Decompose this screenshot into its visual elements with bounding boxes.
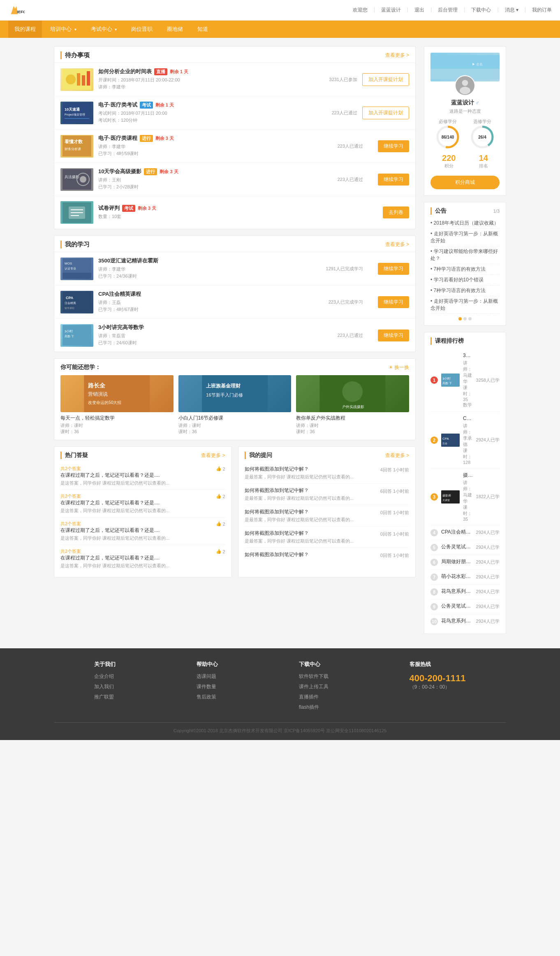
todo-thumb-5: [60, 201, 93, 224]
svg-rect-5: [82, 75, 85, 86]
nav-admin[interactable]: 后台管理: [438, 7, 458, 14]
hotqa-meta-3: 共2个答案 👍 2: [60, 521, 225, 527]
myqa-q-2[interactable]: 如何将截图添加到笔记中解？: [245, 487, 309, 494]
announce-item-3[interactable]: • 学习建议帮能给你带来哪些好处？: [430, 246, 500, 264]
rec-item-2[interactable]: 上班族基金理财16节新手入门必修 小白人门16节必修课 讲师：课时 课时：36: [178, 375, 292, 435]
todo-count-4: 223人已通过: [330, 176, 363, 183]
hotqa-like-4: 👍 2: [216, 549, 225, 554]
learn-info-1: 3500逆汇速记精讲在霍斯 讲师：李建华 已学习：24/36课时: [98, 257, 321, 280]
nav-job[interactable]: 岗位晋职: [125, 21, 159, 38]
nav-exam[interactable]: 考试中心 ▾: [85, 21, 123, 38]
hotqa-more[interactable]: 查看更多 >: [201, 452, 225, 459]
myqa-q-1[interactable]: 如何将截图添加到笔记中解？: [245, 466, 309, 473]
profile-stats: 必修学分 86/140 选修学分: [430, 118, 500, 149]
myqa-q-3[interactable]: 如何将截图添加到笔记中解？: [245, 508, 309, 515]
learn-progress-3: 已学习：24/60课时: [98, 340, 325, 346]
footer-help-1[interactable]: 选课问题: [197, 673, 218, 680]
footer-about-2[interactable]: 加入我们: [94, 683, 116, 690]
footer-help-2[interactable]: 课件数量: [197, 683, 218, 690]
myqa-item-5: 如何将截图添加到笔记中解？ 0回答 1小时前: [245, 548, 410, 563]
hotqa-item-1: 共2个答案 👍 2 在课程过期了之后，笔记还可以看着？还是.... 是这答案，同…: [60, 462, 225, 490]
todo-btn-1[interactable]: 加入开课提计划: [362, 73, 409, 86]
learn-course-1: 3500逆汇速记精讲在霍斯: [98, 257, 321, 265]
todo-time-4: 讲师：王刚: [98, 177, 325, 183]
footer-download-2[interactable]: 课件上传工具: [299, 683, 329, 690]
myqa-q-4[interactable]: 如何将截图添加到笔记中解？: [245, 530, 309, 537]
rec-item-3[interactable]: 户外实战摄影 教你单反户外实战教程 讲师：课时 课时：36: [296, 375, 409, 435]
svg-text:CPA: CPA: [66, 296, 74, 300]
hotqa-q-3[interactable]: 在课程过期了之后，笔记还可以看着？还是....: [60, 527, 225, 534]
announce-item-1[interactable]: • 2018年考试日历（建议收藏）: [430, 218, 500, 229]
profile-score: 220 积分: [442, 153, 456, 169]
myqa-header: 我的提问 查看更多 >: [245, 452, 410, 459]
rank-course-2: CPA注会精英课程: [463, 415, 473, 422]
todo-btn-3[interactable]: 继续学习: [378, 140, 409, 152]
dot-3[interactable]: [468, 317, 472, 320]
todo-btn-2[interactable]: 加入开课提计划: [362, 107, 409, 119]
learn-btn-1[interactable]: 继续学习: [378, 263, 409, 275]
hotqa-q-4[interactable]: 在课程过期了之后，笔记还可以看着？还是....: [60, 555, 225, 562]
nav-knowledge[interactable]: 知道: [191, 21, 214, 38]
score-btn[interactable]: 积分商城: [430, 176, 500, 189]
hotqa-q-1[interactable]: 在课程过期了之后，笔记还可以看着？还是....: [60, 472, 225, 479]
announce-item-7[interactable]: • 走好英语学习第一步：从新概念开始: [430, 296, 500, 314]
nav-message[interactable]: 消息 ▾: [505, 7, 518, 14]
todo-btn-5[interactable]: 去判卷: [383, 207, 409, 218]
rank-num-10: 10: [430, 618, 438, 625]
nav-orders[interactable]: 我的订单: [532, 7, 552, 14]
todo-time-2: 考试时间：2018年07月11日 20:00: [98, 110, 319, 116]
announce-item-2[interactable]: • 走好英语学习第一步：从新概念开始: [430, 229, 500, 246]
todo-more[interactable]: 查看更多 >: [385, 52, 409, 59]
stat-elective-value: 26/4: [478, 135, 486, 139]
todo-btn-4[interactable]: 继续学习: [378, 174, 409, 186]
todo-info-2: 电子·医疗类考试 考试 剩余 1 天 考试时间：2018年07月11日 20:0…: [98, 101, 319, 124]
hotqa-like-2: 👍 2: [216, 494, 225, 499]
footer-download-3[interactable]: 直播插件: [299, 694, 329, 701]
dot-1[interactable]: [458, 317, 462, 320]
footer-help-3[interactable]: 售后政策: [197, 694, 218, 701]
nav-training[interactable]: 培训中心 ▾: [44, 21, 83, 38]
announce-dots: [430, 317, 500, 320]
todo-teacher-3: 已学习：4时/59课时: [98, 151, 325, 157]
svg-point-48: [462, 80, 468, 86]
learning-more[interactable]: 查看更多 >: [385, 241, 409, 248]
footer-about-1[interactable]: 企业介绍: [94, 673, 116, 680]
rec-teacher-1: 讲师：课时: [60, 422, 174, 429]
nav-design[interactable]: 蓝蓝设计: [381, 7, 401, 14]
announce-item-6[interactable]: • 7种学习语言的有效方法: [430, 285, 500, 296]
learn-btn-3[interactable]: 继续学习: [378, 329, 409, 341]
todo-thumb-2: 10天速通Project项目管理: [60, 102, 93, 124]
myqa-item-4: 如何将截图添加到笔记中解？ 0回答 1小时前 是最答案，同学你好 课程过期后笔记…: [245, 527, 410, 548]
svg-text:摄影师: 摄影师: [442, 494, 451, 497]
myqa-q-5[interactable]: 如何将截图添加到笔记中解？: [245, 551, 309, 558]
footer-download-4[interactable]: flash插件: [299, 704, 329, 711]
learn-btn-2[interactable]: 继续学习: [378, 296, 409, 308]
dot-2[interactable]: [463, 317, 467, 320]
nav-download[interactable]: 下载中心: [471, 7, 491, 14]
hotqa-q-2[interactable]: 在课程过期了之后，笔记还可以看着？还是....: [60, 499, 225, 506]
rank-num-6: 6: [430, 559, 438, 566]
todo-teacher-4: 已学习：2小/28课时: [98, 184, 325, 190]
announce-item-5[interactable]: • 学习若看好的10个错误: [430, 275, 500, 285]
todo-teacher-2: 考试时长：120分钟: [98, 117, 319, 123]
svg-rect-4: [77, 73, 80, 86]
rank-num-7: 7: [430, 573, 438, 581]
announce-item-4[interactable]: • 7种学习语言的有效方法: [430, 264, 500, 275]
learn-info-2: CPA注会精英课程 讲师：王磊 已学习：4时/67课时: [98, 290, 324, 313]
rec-header: 你可能还想学： ☀ 换一换: [60, 364, 409, 371]
hotqa-ans-3: 是这答案，同学你好 课程过期后笔记仍然可以查看的...: [60, 535, 225, 541]
myqa-more[interactable]: 查看更多 >: [385, 452, 409, 459]
rec-refresh[interactable]: ☀ 换一换: [389, 364, 409, 371]
rank-course-6: 局期做好朋友，醒后...: [441, 558, 473, 565]
rec-name-3: 教你单反户外实战教程: [296, 415, 409, 422]
rec-item-1[interactable]: 路长全营销演说改变命运的50大招 每天一点，轻松搞定数学 讲师：课时 课时：36: [60, 375, 174, 435]
nav-mycourse[interactable]: 我的课程: [8, 21, 42, 38]
todo-teacher-1: 讲师：李建华: [98, 84, 319, 90]
rank-course-8: 花鸟意系列水彩公开课7.1: [441, 588, 473, 595]
nav-logout[interactable]: 退出: [414, 7, 424, 14]
footer-download-1[interactable]: 软件软件下载: [299, 673, 329, 680]
todo-btn-wrap-4: 继续学习: [368, 174, 409, 186]
footer-about-3[interactable]: 推广联盟: [94, 694, 116, 701]
nav-circle[interactable]: 圈地储: [161, 21, 189, 38]
todo-btn-wrap-2: 加入开课提计划: [362, 107, 409, 119]
